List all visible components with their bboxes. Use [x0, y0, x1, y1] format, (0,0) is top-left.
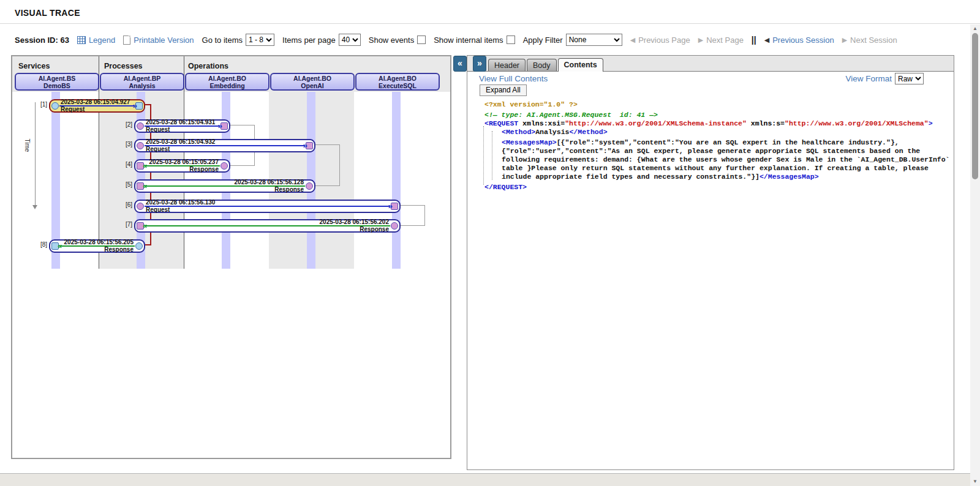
lane-name-line1: AI.Agent.BS — [16, 75, 98, 82]
lane-name-line2: OpenAI — [271, 82, 353, 89]
page-scrollbar: ▲ ▼ — [970, 24, 980, 486]
xml-el-segment: > — [929, 119, 933, 127]
lane-name-line2: Embedding — [186, 82, 268, 89]
tab-body[interactable]: Body — [527, 59, 557, 71]
row-timestamp: 2025-03-28 06:15:04.927 — [61, 99, 130, 105]
previous-session-triangle-icon: ◀ — [764, 37, 769, 43]
scroll-down-arrow[interactable]: ▼ — [970, 477, 980, 486]
xml-tree-guide — [492, 131, 492, 180]
visual-trace-page: VISUAL TRACE Session ID: 63 Legend Print… — [0, 0, 980, 486]
page-document-icon — [123, 36, 130, 45]
trace-row-index: [2] — [115, 121, 132, 128]
view-format-label: View Format — [845, 74, 892, 83]
xml-el-segment: <Method> — [502, 128, 535, 136]
lane-name-line1: AI.Agent.BO — [356, 75, 439, 82]
row-timestamp: 2025-03-28 06:15:56.202 — [320, 219, 389, 225]
apply-filter-label: Apply Filter — [523, 36, 563, 45]
lifeline — [392, 92, 401, 269]
row-direction-label: Request — [146, 146, 170, 152]
xml-txt-segment: following requirements: demand: {What ar… — [502, 155, 950, 163]
legend-grid-icon — [77, 36, 86, 44]
xml-line: <Method>Analysis</Method> — [482, 128, 950, 136]
row-timestamp: 2025-03-28 06:15:56.205 — [64, 239, 134, 245]
xml-txt-segment: table }Please only return SQL statements… — [502, 164, 929, 172]
trace-row[interactable]: «2025-03-28 06:15:56.205Response — [49, 239, 145, 253]
lane-name-line1: AI.Agent.BO — [271, 75, 353, 82]
next-session-button[interactable]: ▶ Next Session — [842, 36, 897, 45]
lane-header: AI.Agent.BSDemoBS — [15, 73, 99, 91]
next-page-button[interactable]: ▶ Next Page — [698, 36, 744, 45]
printable-version-link[interactable]: Printable Version — [123, 36, 194, 45]
origin-circle-icon — [137, 203, 144, 210]
trace-row[interactable]: »2025-03-28 06:15:04.932Request — [134, 139, 315, 152]
row-timestamp: 2025-03-28 06:15:56.130 — [146, 199, 215, 206]
tab-header[interactable]: Header — [488, 59, 526, 71]
trace-row[interactable]: «2025-03-28 06:15:05.237Response — [134, 159, 230, 173]
group-label: Services — [18, 62, 50, 70]
xml-line: table }Please only return SQL statements… — [482, 164, 950, 173]
lane-name-line1: AI.Agent.BO — [186, 75, 268, 82]
collapse-right-panel-button[interactable]: » — [473, 56, 486, 72]
arrowhead-chevron-icon: » — [388, 201, 393, 212]
show-internal-items-checkbox[interactable] — [507, 36, 515, 44]
items-per-page-label: Items per page — [282, 36, 336, 45]
xml-line: include appropriate field types and nece… — [482, 173, 950, 181]
previous-page-button[interactable]: ◀ Previous Page — [630, 36, 690, 45]
xml-attr-segment: xmlns:s= — [747, 119, 785, 127]
view-format-select[interactable]: Raw — [895, 73, 924, 84]
trace-row[interactable]: «2025-03-28 06:15:56.202Response — [134, 219, 401, 233]
row-direction-label: Response — [360, 226, 389, 233]
xml-el-segment: <MessagesMap> — [502, 138, 557, 146]
scrollbar-thumb[interactable] — [972, 33, 978, 179]
row-direction-label: Request — [61, 106, 85, 113]
trace-row[interactable]: »2025-03-28 06:15:56.130Request — [134, 200, 401, 213]
xml-line: </REQUEST> — [482, 183, 950, 192]
show-events-checkbox[interactable] — [417, 36, 426, 44]
trace-row[interactable]: »2025-03-28 06:15:04.931Request — [134, 119, 230, 133]
xml-txt-segment: Analysis — [535, 128, 569, 136]
row-timestamp: 2025-03-28 06:15:04.932 — [146, 138, 215, 145]
request-response-connector — [315, 144, 340, 185]
group-label: Processes — [104, 62, 143, 70]
trace-row-index: [1] — [30, 101, 47, 108]
expand-all-button[interactable]: Expand All — [480, 84, 527, 96]
legend-link[interactable]: Legend — [77, 36, 115, 45]
arrowhead-chevron-icon: « — [58, 241, 62, 252]
lane-header: AI.Agent.BOEmbedding — [185, 73, 270, 91]
lane-header: AI.Agent.BOExecuteSQL — [355, 73, 440, 91]
trace-row[interactable]: «2025-03-28 06:15:56.128Response — [134, 179, 315, 193]
arrowhead-chevron-icon: » — [133, 100, 137, 111]
trace-row[interactable]: »2025-03-28 06:15:04.927Request — [49, 99, 145, 113]
origin-circle-icon — [391, 222, 398, 230]
time-axis-line — [35, 102, 36, 205]
xml-txt-segment: {″role″:″user″,″content″:″As an SQL expe… — [502, 147, 920, 155]
items-per-page-select[interactable]: 40 — [339, 34, 361, 46]
arrowhead-chevron-icon: « — [143, 220, 147, 231]
lane-name-line2: Analysis — [101, 82, 183, 89]
apply-filter-select[interactable]: None — [566, 34, 622, 46]
collapse-left-panel-button[interactable]: « — [453, 56, 467, 72]
toolbar: Session ID: 63 Legend Printable Version … — [15, 32, 897, 47]
goto-items-select[interactable]: 1 - 8 — [246, 34, 274, 46]
view-full-contents-link[interactable]: View Full Contents — [479, 74, 548, 83]
origin-circle-icon — [137, 122, 144, 130]
session-id-label: Session ID: 63 — [15, 36, 69, 45]
xml-line: <?xml version=″1.0″ ?> — [482, 100, 950, 109]
lane-header: AI.Agent.BOOpenAI — [270, 73, 355, 91]
row-direction-label: Request — [146, 126, 170, 133]
xml-el-segment: </MessagesMap> — [760, 173, 819, 181]
origin-circle-icon — [135, 242, 143, 250]
row-direction-label: Response — [274, 186, 304, 193]
lane-name-line2: DemoBS — [16, 82, 98, 89]
show-events-label: Show events — [369, 36, 414, 45]
xml-val-segment: ″http://www.w3.org/2001/XMLSchema″ — [785, 119, 929, 127]
xml-txt-segment: [{″role″:″system″,″content″:″You are an … — [557, 138, 899, 146]
bottom-scroll-bar — [0, 473, 970, 486]
message-arrow — [145, 206, 390, 207]
tab-contents[interactable]: Contents — [558, 58, 603, 72]
previous-session-button[interactable]: ◀ Previous Session — [764, 36, 834, 45]
scroll-up-arrow[interactable]: ▲ — [970, 24, 980, 33]
row-timestamp: 2025-03-28 06:15:05.237 — [149, 159, 219, 165]
arrowhead-chevron-icon: » — [218, 121, 222, 132]
trace-row-index: [6] — [115, 201, 132, 208]
